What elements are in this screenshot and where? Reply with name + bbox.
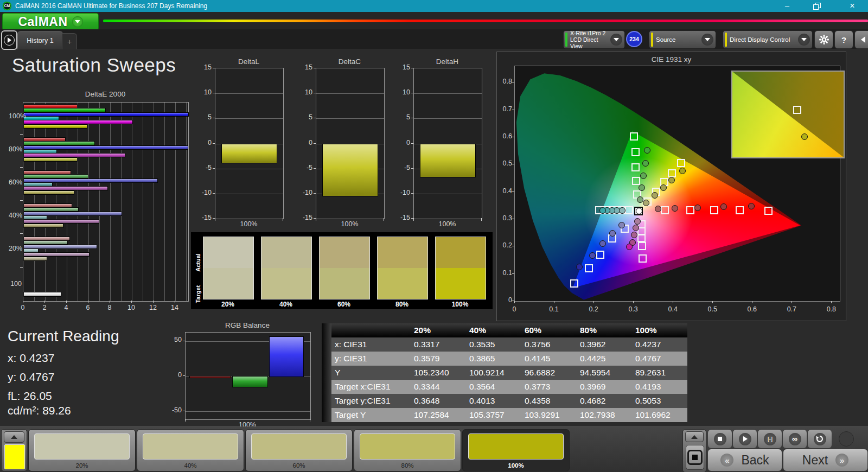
swatch-actual: [320, 237, 369, 268]
read-series-button[interactable]: [··]: [757, 429, 782, 449]
target-marker-magenta: [637, 234, 646, 242]
y-tick-label: 0: [498, 296, 512, 304]
target-marker-cyan: [625, 206, 633, 214]
chevrons-right-icon: »: [835, 454, 848, 467]
calman-app: CM CalMAN 2016 CalMAN Ultimate for Busin…: [0, 0, 868, 472]
x-tick: [752, 301, 752, 303]
gridline: [186, 103, 187, 301]
collapse-panel-button[interactable]: [854, 30, 868, 49]
restore-button[interactable]: [804, 0, 829, 12]
y-tick: [411, 68, 413, 68]
gridline: [143, 103, 143, 301]
y-tick-label: -15: [394, 214, 410, 221]
pattern-button-80%[interactable]: 80%: [354, 429, 461, 471]
measured-marker-green: [644, 147, 650, 154]
row-label: Target x:CIE31: [331, 380, 411, 394]
x-tick-label: 0.3: [626, 305, 641, 313]
stop-button[interactable]: [707, 429, 732, 449]
gridline: [78, 103, 78, 301]
x-tick-label: 0: [16, 304, 29, 311]
settings-button[interactable]: [814, 30, 833, 49]
x-tick-label: 4: [60, 304, 73, 311]
target-marker-blue: [585, 264, 593, 272]
refresh-button[interactable]: [807, 429, 832, 449]
meter-dropdown[interactable]: X-Rite i1Pro 2 LCD Direct View: [563, 30, 625, 49]
row-handle: [322, 408, 331, 422]
measured-marker-blue: [576, 264, 583, 270]
inset-target-marker: [793, 106, 801, 114]
layout-nav-button[interactable]: [1, 30, 17, 50]
next-button[interactable]: Next »: [783, 449, 868, 471]
measured-marker-red: [672, 205, 678, 212]
row-value: 96.6882: [521, 366, 577, 380]
bottom-bar: [··] ∞ « Back Next » 20%40%60%80%100%: [0, 426, 868, 472]
y-tick-label: 5: [394, 113, 410, 121]
pattern-button-20%[interactable]: 20%: [28, 429, 136, 471]
y-tick-label: 10: [394, 88, 410, 96]
play-circle-icon: [4, 35, 15, 46]
deltae2000-chart: DeltaE 200002468101214100%80%60%40%20%10…: [11, 87, 191, 312]
row-value: 0.4358: [521, 394, 577, 408]
tab-history-1[interactable]: History 1: [17, 31, 63, 49]
calman-menu-button[interactable]: CalMAN: [2, 13, 99, 30]
row-value: 0.3969: [577, 380, 632, 394]
y-group-label: 100%: [9, 112, 22, 120]
chart-title: CIE 1931 xy: [497, 55, 846, 63]
gridline: [99, 103, 100, 301]
row-value: 0.5053: [632, 394, 687, 408]
read-continuous-button[interactable]: ∞: [782, 429, 807, 449]
y-tick: [314, 143, 316, 144]
bar-blue: [269, 336, 304, 378]
back-button[interactable]: « Back: [707, 449, 782, 471]
help-button[interactable]: ?: [834, 30, 853, 49]
pattern-button-40%[interactable]: 40%: [137, 429, 244, 471]
x-tick-label: 0.4: [665, 305, 680, 313]
measured-marker-red: [655, 206, 661, 212]
measured-marker-magenta: [633, 225, 639, 231]
pattern-button-60%[interactable]: 60%: [245, 429, 353, 471]
cie-1931-panel: CIE 1931 xy00.10.20.30.40.50.60.70.800.1…: [496, 52, 846, 321]
table-row[interactable]: Target x:CIE310.33440.35640.37730.39690.…: [322, 380, 687, 394]
target-marker-magenta: [638, 242, 646, 250]
source-dropdown[interactable]: Source: [649, 30, 716, 49]
close-button[interactable]: ×: [840, 0, 865, 12]
y-tick-label: 15: [394, 63, 410, 71]
pattern-label: 40%: [137, 462, 244, 469]
transport-mini-panel: [682, 429, 706, 472]
pattern-label: 60%: [246, 462, 352, 469]
pattern-panel-up-button[interactable]: [4, 431, 24, 443]
next-label: Next: [802, 453, 828, 468]
deltae-bar-yellow: [23, 190, 74, 195]
table-header-row: 20%40%60%80%100%: [322, 323, 687, 337]
transport-panel-up-button[interactable]: [685, 431, 704, 442]
swatch-label: 20%: [203, 301, 253, 308]
y-group-label: 20%: [9, 245, 22, 252]
pattern-button-100%[interactable]: 100%: [462, 429, 570, 471]
table-row[interactable]: x: CIE310.33170.35350.37560.39620.4237: [322, 337, 687, 352]
minimize-button[interactable]: –: [775, 0, 800, 12]
target-marker-blue: [570, 279, 578, 288]
table-row[interactable]: y: CIE310.35790.38650.41450.44250.4767: [322, 352, 687, 366]
pattern-chip: [468, 433, 564, 460]
table-row[interactable]: Target Y107.2584105.3757103.9291102.7938…: [322, 408, 687, 422]
table-row[interactable]: Target y:CIE310.36480.40130.43580.46820.…: [322, 394, 687, 408]
row-value: 0.3648: [411, 394, 466, 408]
row-value: 0.3317: [411, 337, 466, 352]
table-row[interactable]: Y105.2340100.921496.688294.595489.2631: [322, 366, 687, 380]
display-control-dropdown[interactable]: Direct Display Control: [723, 30, 813, 49]
play-icon: [739, 433, 751, 445]
row-value: 105.3757: [466, 408, 521, 422]
swatch-label: 80%: [377, 301, 427, 308]
current-pattern-swatch[interactable]: [4, 444, 25, 469]
display-window-button[interactable]: [686, 445, 704, 470]
play-button[interactable]: [732, 429, 757, 449]
add-tab-button[interactable]: +: [62, 33, 77, 49]
y-tick-label: 50: [165, 336, 182, 343]
measurement-count-badge[interactable]: 234: [626, 31, 642, 47]
row-label: Y: [331, 366, 411, 380]
saturation-data-table: 20%40%60%80%100%x: CIE310.33170.35350.37…: [322, 323, 688, 419]
pattern-label: 80%: [354, 462, 461, 469]
row-value: 0.3344: [411, 380, 466, 394]
y-tick: [512, 164, 514, 164]
row-value: 94.5954: [577, 366, 632, 380]
